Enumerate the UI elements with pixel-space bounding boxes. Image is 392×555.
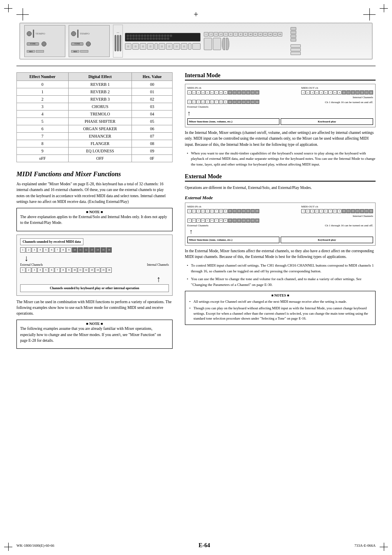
ext-mixer-box: Mixer functions (tone, volume, etc.): [187, 237, 280, 243]
bottom-box-label: Channels sounded by keyboard play or oth…: [20, 284, 169, 292]
col-header-hex-value: Hex. Value: [132, 73, 172, 81]
ch-box-5: 5: [205, 90, 210, 94]
horizontal-rule: [16, 66, 376, 66]
out-ch-16: 16: [369, 90, 373, 94]
table-row: 4TREMOLO04: [17, 111, 173, 118]
note1-text: The above explanation applies to the Ext…: [20, 214, 169, 226]
left-column: Effect Number Digital Effect Hex. Value …: [16, 72, 173, 352]
table-cell-r4-c1: TREMOLO: [68, 111, 132, 118]
ch-box-8: 8: [219, 90, 223, 94]
ext-diagram-top: MIDI-IN ch 1 2 3 4 5 6 7 8 9 10 1: [187, 205, 373, 213]
midi-in-group: MIDI-IN ch 1 2 3 4 5 6 7 8 9 10 1: [187, 86, 259, 94]
table-cell-r2-c1: REVERB 3: [68, 96, 132, 103]
table-cell-r1-c0: 1: [17, 88, 69, 96]
table-cell-r3-c1: CHORUS: [68, 103, 132, 111]
notes-item-1: All settings except for Channel on/off a…: [189, 299, 372, 304]
out-ch-1: 1: [301, 90, 305, 94]
table-row: 6ORGAN SPEAKER06: [17, 125, 173, 133]
table-cell-r8-c0: 8: [17, 140, 69, 147]
ch-box-4: 4: [201, 90, 205, 94]
page-wrapper: + TEMPO TUNE MIDI TEMPO: [0, 0, 392, 555]
table-cell-r9-c0: 9: [17, 147, 69, 155]
ch-box-3: 3: [196, 90, 201, 94]
internal-ch-right-label: Internal Channels: [353, 96, 373, 99]
main-content: Effect Number Digital Effect Hex. Value …: [16, 72, 376, 352]
table-cell-r6-c0: 6: [17, 125, 69, 133]
note2-text: The following examples assume that you a…: [20, 326, 169, 343]
out-ch-13: 13: [355, 90, 360, 94]
top-mark-left: [16, 8, 29, 21]
out-ch-2: 2: [306, 90, 310, 94]
ch-box-9: 9: [224, 90, 228, 94]
out-ch-9: 9: [337, 90, 341, 94]
ch-box-6: 6: [210, 90, 214, 94]
midi-in-channels: 1 2 3 4 5 6 7 8 9 10 11 12 13 14: [20, 247, 169, 253]
ch-box-1: 1: [187, 90, 191, 94]
int-keyboard-box: Keyboard play: [281, 118, 373, 125]
internal-mode-diagram: MIDI-IN ch 1 2 3 4 5 6 7 8 9 10 1: [185, 84, 376, 127]
display-section: □ □ □ □ □ □ □ □: [123, 31, 203, 52]
int-ch-label-ext-diag: Internal Channels: [353, 214, 373, 218]
reg-mark-br: [380, 543, 388, 551]
out-ch-10: 10: [342, 90, 346, 94]
table-cell-r2-c2: 02: [132, 96, 172, 103]
int-mixer-box: Mixer functions (tone, volume, etc.): [187, 118, 280, 125]
midi-out-ch-boxes: 1 2 3 4 5 6 7 8 9 10 11 12 13: [301, 90, 373, 94]
midi-out-label: MIDI-OUT ch: [301, 86, 373, 90]
kb-slider2: [77, 30, 78, 38]
ext-int-labels: External Channels Internal Channels: [20, 263, 169, 267]
ext-ch-boxes-left: 1 2 3 4 5 6 7 8 9 10 11 12 13: [187, 100, 259, 104]
ext-midi-out-label: MIDI-OUT ch: [301, 205, 373, 208]
table-cell-r8-c1: FLANGER: [68, 140, 132, 147]
table-cell-r1-c1: REVERB 2: [68, 88, 132, 96]
ext-ch-group-left: 1 2 3 4 5 6 7 8 9 10 11 12 13: [187, 100, 259, 104]
notes-item-2: Though you can play on the keyboard with…: [189, 306, 372, 321]
out-ch-12: 12: [351, 90, 355, 94]
table-cell-r6-c2: 06: [132, 125, 172, 133]
kb-left-panel: TEMPO TUNE MIDI: [24, 25, 65, 57]
table-row: 9EQ LOUDNESS09: [17, 147, 173, 155]
table-row: 8FLANGER08: [17, 140, 173, 147]
external-body-text: In the External Mode, Mixer functions af…: [185, 248, 376, 260]
note-box-2: ■ NOTE ■ The following examples assume t…: [16, 320, 173, 349]
page-footer: WK-1800/1600(E)-60-66 E-64 733A-E-066A: [16, 542, 376, 549]
kb-knob: [27, 31, 32, 36]
out-ch-6: 6: [324, 90, 328, 94]
ch-box-13: 13: [242, 90, 246, 94]
table-cell-r0-c1: REVERB 1: [68, 81, 132, 88]
ext-midi-in-label: MIDI-IN ch: [187, 205, 259, 208]
internal-diagram-top: MIDI-IN ch 1 2 3 4 5 6 7 8 9 10 1: [187, 86, 373, 94]
table-cell-r8-c2: 08: [132, 140, 172, 147]
right-buttons: [289, 26, 302, 56]
ext-ch-group: 1 2 3 4 5 6 7 8 9 10 11 12 13: [187, 219, 259, 223]
table-cell-r9-c2: 09: [132, 147, 172, 155]
internal-mode-title: Internal Mode: [185, 72, 376, 81]
notes-box: ■ NOTES ■ All settings except for Channe…: [185, 291, 376, 325]
reg-mark-bl: [4, 543, 12, 551]
table-cell-r6-c1: ORGAN SPEAKER: [68, 125, 132, 133]
arrow-down-2: ↑: [20, 275, 161, 283]
table-cell-r5-c0: 5: [17, 118, 69, 125]
ch-box-7: 7: [214, 90, 219, 94]
table-row: 1REVERB 201: [17, 88, 173, 96]
midi-section-title: MIDI Functions and Mixer Functions: [16, 170, 173, 178]
sliders-section: —: [113, 25, 123, 58]
note-box-1: ■ NOTE ■ The above explanation applies t…: [16, 208, 173, 231]
channel-diagram: Channels sounded by received MIDI data 1…: [16, 235, 173, 296]
kb-left-panel2: TEMPO TUNE MIDI: [69, 25, 110, 57]
table-cell-r7-c0: 7: [17, 133, 69, 140]
ext-midi-out-group: MIDI-OUT ch 1 2 3 4 5 6 7 8 9 10: [301, 205, 373, 213]
table-cell-r2-c0: 2: [17, 96, 69, 103]
effect-table: Effect Number Digital Effect Hex. Value …: [16, 72, 173, 162]
out-ch-14: 14: [360, 90, 364, 94]
keyboard-image: TEMPO TUNE MIDI TEMPO TUNE MI: [19, 23, 373, 60]
table-cell-r4-c2: 04: [132, 111, 172, 118]
midi-body-text2: The Mixer can be used in combination wit…: [16, 299, 173, 317]
top-mark-right: [363, 8, 376, 21]
kb-knob3: [71, 31, 76, 36]
ext-midi-in-boxes: 1 2 3 4 5 6 7 8 9 10 11 12 13: [187, 209, 259, 213]
midi-body-text: As explained under "Mixer Modes" on page…: [16, 181, 173, 205]
kb-slider: [33, 30, 34, 38]
ext-midi-out-boxes: 1 2 3 4 5 6 7 8 9 10 11 12 13: [301, 209, 373, 213]
external-mode-title: External Mode: [185, 173, 376, 182]
